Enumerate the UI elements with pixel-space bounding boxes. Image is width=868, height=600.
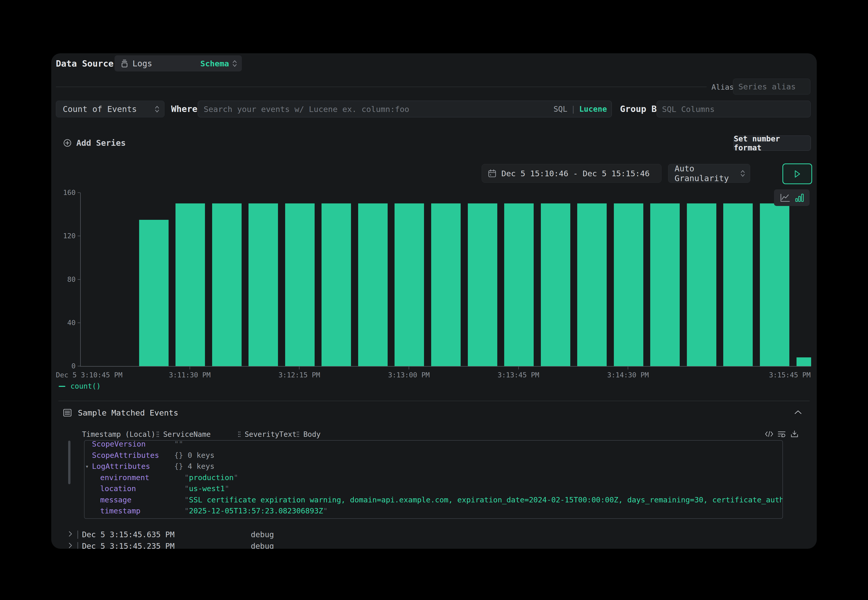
chart-type-toggle <box>774 189 810 206</box>
page: Data Source Logs Schema Alias Count of E… <box>0 0 868 600</box>
chart-bar[interactable] <box>504 203 534 366</box>
attribute-key: LogAttributes <box>92 461 150 472</box>
event-timestamp: Dec 5 3:15:45.635 PM <box>82 530 174 539</box>
chart-bar[interactable] <box>248 203 278 366</box>
wrap-text-icon[interactable] <box>777 430 786 438</box>
x-axis-end-label: 3:15:45 PM <box>769 371 810 379</box>
x-axis-label: 3:13:45 PM <box>498 371 539 379</box>
y-axis-label: 120 <box>51 232 76 240</box>
severity-bar <box>77 542 78 549</box>
x-axis-label: 3:14:30 PM <box>607 371 649 379</box>
drag-handle-icon[interactable] <box>238 431 241 437</box>
chart-bar[interactable] <box>577 203 607 366</box>
line-chart-icon[interactable] <box>780 193 790 202</box>
x-axis-start-label: Dec 5 3:10:45 PM <box>56 371 123 379</box>
section-divider <box>58 401 810 401</box>
column-timestamp[interactable]: Timestamp (Local) <box>82 430 156 439</box>
attribute-value: "" <box>174 440 183 450</box>
timeseries-chart: count() 040801201603:11:30 PM3:12:15 PM3… <box>51 53 817 399</box>
chart-bar[interactable] <box>395 203 424 366</box>
y-axis-label: 40 <box>51 319 76 327</box>
chart-bar[interactable] <box>723 203 753 366</box>
attribute-key: ScopeVersion <box>92 440 146 450</box>
attribute-row: message"SSL certificate expiration warni… <box>85 494 782 506</box>
chart-bar[interactable] <box>285 203 315 366</box>
x-axis-tick <box>189 367 190 370</box>
x-axis-tick <box>409 367 409 370</box>
column-body[interactable]: Body <box>303 430 321 439</box>
y-axis-tick <box>78 279 80 280</box>
chart-bar[interactable] <box>321 203 351 366</box>
event-severity: debug <box>251 530 274 539</box>
attribute-row: environment"production" <box>85 472 782 483</box>
chart-bar[interactable] <box>614 203 643 366</box>
y-axis-tick <box>78 192 80 193</box>
attribute-row: ScopeVersion"" <box>85 440 782 450</box>
event-severity: debug <box>251 542 274 549</box>
row-scrollbar[interactable] <box>68 441 70 484</box>
x-axis-tick <box>628 367 628 370</box>
severity-bar <box>77 530 78 539</box>
chevron-right-icon[interactable] <box>68 531 73 537</box>
events-header-row: Timestamp (Local) ServiceName SeverityTe… <box>51 430 817 440</box>
y-axis-label: 80 <box>51 276 76 283</box>
column-servicename[interactable]: ServiceName <box>163 430 211 439</box>
x-axis-tick <box>299 367 300 370</box>
expanded-event-panel: ScopeVersion""ScopeAttributes{} 0 keys▾L… <box>84 440 783 519</box>
attribute-value: "production" <box>185 472 238 483</box>
chart-bar[interactable] <box>176 203 205 366</box>
x-axis-label: 3:12:15 PM <box>279 371 320 379</box>
chart-bar[interactable] <box>760 203 789 366</box>
attribute-key: timestamp <box>100 506 140 517</box>
chart-bar[interactable] <box>650 203 680 366</box>
y-axis-tick <box>78 323 80 323</box>
attribute-value: "SSL certificate expiration warning, dom… <box>185 494 783 506</box>
download-icon[interactable] <box>790 430 799 438</box>
chart-bar[interactable] <box>139 220 168 366</box>
chart-bar[interactable] <box>431 203 461 366</box>
column-severitytext[interactable]: SeverityText <box>245 430 297 439</box>
attribute-value: {} 0 keys <box>174 450 214 461</box>
attribute-key: environment <box>100 472 149 483</box>
chart-bar[interactable] <box>468 203 497 366</box>
section-title: Sample Matched Events <box>78 408 178 417</box>
y-axis-label: 160 <box>51 189 76 197</box>
event-timestamp: Dec 5 3:15:45.235 PM <box>82 542 174 549</box>
drag-handle-icon[interactable] <box>156 431 160 437</box>
attribute-key: ScopeAttributes <box>92 450 159 461</box>
x-axis-tick <box>518 367 519 370</box>
attribute-value: {} 4 keys <box>174 461 214 472</box>
chart-bar[interactable] <box>797 358 811 366</box>
event-row[interactable]: Dec 5 3:15:45.635 PM debug <box>51 529 817 540</box>
chevron-right-icon[interactable] <box>68 542 73 548</box>
attribute-row[interactable]: ScopeAttributes{} 0 keys <box>85 450 782 461</box>
code-view-icon[interactable] <box>765 430 774 438</box>
x-axis-label: 3:11:30 PM <box>169 371 211 379</box>
attribute-key: message <box>100 494 132 506</box>
attribute-row[interactable]: ▾LogAttributes{} 4 keys <box>85 461 782 472</box>
chart-plot-area <box>80 192 811 367</box>
attribute-row: timestamp"2025-12-05T13:57:23.082306893Z… <box>85 506 782 517</box>
legend-series-name: count() <box>70 382 101 391</box>
attribute-value: "us-west1" <box>185 483 229 494</box>
chart-bar[interactable] <box>358 203 388 366</box>
bar-chart-icon[interactable] <box>795 193 804 202</box>
drag-handle-icon[interactable] <box>296 431 300 437</box>
chart-bar[interactable] <box>212 203 242 366</box>
attribute-key: location <box>100 483 136 494</box>
y-axis-label: 0 <box>51 362 76 370</box>
list-icon <box>63 409 72 417</box>
collapse-section-icon[interactable] <box>794 410 802 415</box>
sample-matched-events-header: Sample Matched Events <box>63 408 178 418</box>
collapse-caret-icon[interactable]: ▾ <box>85 461 89 472</box>
search-query-card: Data Source Logs Schema Alias Count of E… <box>51 53 817 549</box>
chart-bar[interactable] <box>541 203 570 366</box>
y-axis-tick <box>78 366 80 367</box>
chart-legend[interactable]: count() <box>59 382 101 391</box>
chart-bar[interactable] <box>687 203 717 366</box>
event-row[interactable]: Dec 5 3:15:45.235 PM debug <box>51 540 817 549</box>
attribute-value: "2025-12-05T13:57:23.082306893Z" <box>185 506 328 517</box>
x-axis-label: 3:13:00 PM <box>388 371 430 379</box>
legend-swatch <box>59 386 65 387</box>
attribute-row: location"us-west1" <box>85 483 782 494</box>
